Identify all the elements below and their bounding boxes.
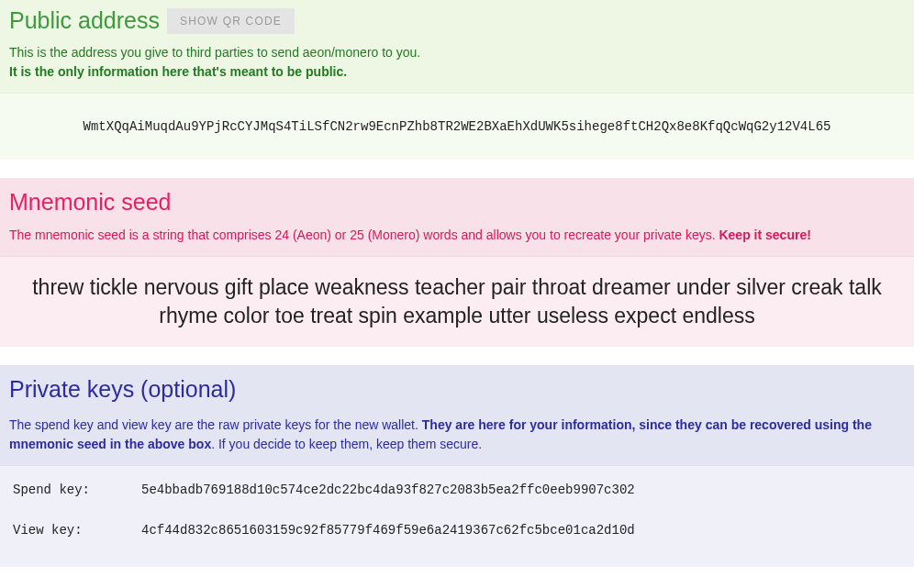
mnemonic-section: Mnemonic seed The mnemonic seed is a str… (0, 178, 914, 347)
mnemonic-desc-main: The mnemonic seed is a string that compr… (9, 227, 719, 242)
view-key-row: View key: 4cf44d832c8651603159c92f85779f… (13, 523, 901, 538)
view-key-value: 4cf44d832c8651603159c92f85779f469f59e6a2… (141, 523, 635, 538)
show-qr-code-button[interactable]: SHOW QR CODE (167, 8, 295, 34)
public-address-header: Public address SHOW QR CODE This is the … (0, 0, 914, 93)
private-desc-pre: The spend key and view key are the raw p… (9, 417, 422, 432)
mnemonic-desc-strong: Keep it secure! (719, 227, 810, 242)
mnemonic-header: Mnemonic seed The mnemonic seed is a str… (0, 178, 914, 256)
public-address-section: Public address SHOW QR CODE This is the … (0, 0, 914, 160)
private-keys-header: Private keys (optional) The spend key an… (0, 365, 914, 465)
private-keys-description: The spend key and view key are the raw p… (9, 416, 905, 454)
mnemonic-value: threw tickle nervous gift place weakness… (0, 256, 914, 347)
public-address-description: This is the address you give to third pa… (9, 43, 905, 82)
mnemonic-description: The mnemonic seed is a string that compr… (9, 227, 905, 245)
private-keys-values: Spend key: 5e4bbadb769188d10c574ce2dc22b… (0, 465, 914, 567)
private-desc-post: . If you decide to keep them, keep them … (211, 437, 482, 451)
view-key-label: View key: (13, 523, 141, 538)
private-keys-title: Private keys (optional) (9, 376, 905, 403)
spend-key-row: Spend key: 5e4bbadb769188d10c574ce2dc22b… (13, 483, 901, 497)
public-title-row: Public address SHOW QR CODE (9, 7, 905, 34)
public-desc-line1: This is the address you give to third pa… (9, 45, 420, 60)
public-desc-line2: It is the only information here that's m… (9, 64, 347, 79)
private-keys-section: Private keys (optional) The spend key an… (0, 365, 914, 567)
spend-key-value: 5e4bbadb769188d10c574ce2dc22bc4da93f827c… (141, 483, 635, 497)
public-address-value: WmtXQqAiMuqdAu9YPjRcCYJMqS4TiLSfCN2rw9Ec… (0, 93, 914, 160)
public-address-title: Public address (9, 7, 160, 34)
spend-key-label: Spend key: (13, 483, 141, 497)
mnemonic-title: Mnemonic seed (9, 189, 905, 216)
